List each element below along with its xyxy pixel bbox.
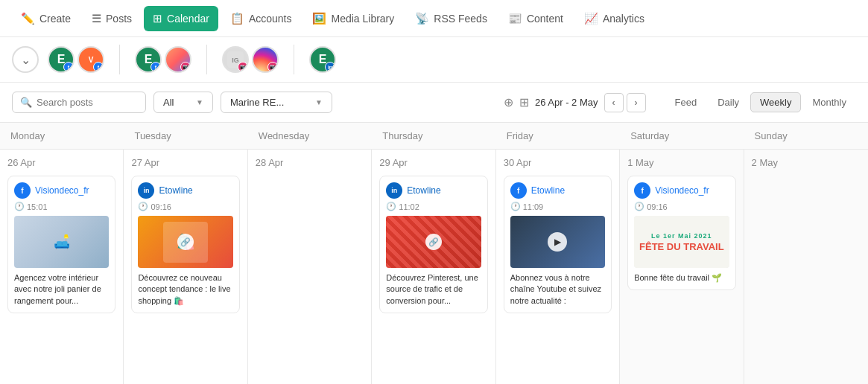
avatar-etowline-2: E f (135, 46, 162, 73)
nav-analytics-label: Analytics (603, 13, 644, 25)
toolbar: 🔍 All ▼ Marine RE... ▼ ⊕ ⊞ 26 Apr - 2 Ma… (0, 83, 868, 123)
calendar-icon: ⊞ (153, 12, 162, 25)
grid-icon[interactable]: ⊞ (519, 95, 529, 109)
facebook-badge-2: f (93, 62, 104, 72)
avatar-ig-2: 📷 (252, 46, 279, 73)
day-number: 29 Apr (379, 157, 487, 168)
avatar-etowline-li: E in (309, 46, 336, 73)
post-card-visiondeco-fb-may[interactable]: f Visiondeco_fr 🕐 09:16 Le 1er Mai 2021 … (627, 176, 735, 290)
nav-calendar-label: Calendar (167, 13, 209, 25)
post-time-2: 🕐 09:16 (138, 202, 232, 211)
search-icon: 🔍 (20, 97, 32, 108)
clock-icon-3: 🕐 (386, 202, 396, 211)
day-26-apr: 26 Apr f Visiondeco_fr 🕐 15:01 🛋️ Agence… (0, 150, 124, 384)
clock-icon: 🕐 (14, 202, 25, 211)
post-time-5: 🕐 09:16 (634, 202, 729, 211)
header-saturday: Saturday (620, 123, 744, 150)
account-filter-dropdown[interactable]: Marine RE... ▼ (221, 92, 332, 113)
pinterest-image: 🔗 (386, 216, 481, 268)
day-29-apr: 29 Apr in Etowline 🕐 11:02 🔗 Découvrez P… (372, 150, 495, 384)
post-text-5: Bonne fête du travail 🌱 (634, 272, 729, 284)
nav-accounts[interactable]: 📋 Accounts (221, 6, 301, 31)
header-sunday: Sunday (744, 123, 868, 150)
post-card-etowline-li-2[interactable]: in Etowline 🕐 11:02 🔗 Découvrez Pinteres… (379, 176, 487, 313)
day-28-apr: 28 Apr (248, 150, 372, 384)
clock-icon-2: 🕐 (138, 202, 148, 211)
day-number: 28 Apr (256, 157, 364, 168)
filter-label: All (163, 97, 174, 108)
account-group-1[interactable]: E f V f (48, 46, 104, 73)
post-time: 🕐 15:01 (14, 202, 109, 211)
room-image-placeholder: 🛋️ (14, 216, 109, 268)
nav-rss-feeds-label: RSS Feeds (434, 13, 487, 25)
tab-monthly[interactable]: Monthly (802, 92, 856, 112)
post-image-2: 🛍️ 🔗 (138, 216, 232, 268)
post-image-3: 🔗 (386, 216, 481, 268)
post-account-name-fb-3: Visiondeco_fr (655, 185, 709, 196)
nav-calendar[interactable]: ⊞ Calendar (144, 6, 218, 31)
avatar-ig-1: IG 📷 (222, 46, 249, 73)
filter-dropdown[interactable]: All ▼ (153, 92, 213, 113)
nav-accounts-label: Accounts (249, 13, 292, 25)
separator-2 (206, 45, 207, 74)
post-avatar-li-2: in (386, 182, 402, 199)
nav-rss-feeds[interactable]: 📡 RSS Feeds (406, 6, 496, 31)
day-number: 27 Apr (131, 157, 239, 168)
nav-create[interactable]: ✏️ Create (12, 6, 80, 31)
header-friday: Friday (496, 123, 620, 150)
post-image-5: Le 1er Mai 2021 FÊTE DU TRAVAIL (634, 216, 729, 268)
rss-feeds-icon: 📡 (415, 12, 429, 25)
nav-media-library[interactable]: 🖼️ Media Library (303, 6, 403, 31)
account-filter-label: Marine RE... (230, 97, 284, 108)
search-input[interactable] (37, 97, 138, 108)
expand-button[interactable]: ⌄ (12, 46, 39, 73)
post-time-4: 🕐 11:09 (510, 202, 605, 211)
nav-posts[interactable]: ☰ Posts (83, 6, 141, 31)
post-account-name-fb-2: Etowline (531, 185, 565, 196)
day-number: 1 May (627, 157, 735, 168)
post-avatar-fb: f (14, 182, 31, 199)
nav-analytics[interactable]: 📈 Analytics (575, 6, 653, 31)
account-group-3[interactable]: IG 📷 📷 (222, 46, 279, 73)
post-text: Agencez votre intérieur avec notre joli … (14, 272, 109, 307)
accounts-icon: 📋 (230, 12, 244, 25)
nav-create-label: Create (39, 13, 71, 25)
day-27-apr: 27 Apr in Etowline 🕐 09:16 🛍️ 🔗 Découvre… (124, 150, 247, 384)
post-text-3: Découvrez Pinterest, une source de trafi… (386, 272, 481, 307)
accounts-strip: ⌄ E f V f E f 📷 IG 📷 📷 (0, 37, 868, 83)
calendar-grid: Monday Tuesday Wednesday Thursday Friday… (0, 123, 868, 384)
post-card-etowline-li[interactable]: in Etowline 🕐 09:16 🛍️ 🔗 Découvrez ce no… (131, 176, 239, 313)
post-account-name-li-2: Etowline (407, 185, 440, 196)
tab-weekly[interactable]: Weekly (750, 92, 801, 112)
crosshair-icon[interactable]: ⊕ (504, 95, 513, 109)
nav-content[interactable]: 📰 Content (499, 6, 572, 31)
avatar-etowline-fb: E f (48, 46, 75, 73)
posts-icon: ☰ (92, 12, 101, 25)
media-library-icon: 🖼️ (312, 12, 326, 25)
search-box[interactable]: 🔍 (12, 92, 146, 113)
account-group-4[interactable]: E in (309, 46, 336, 73)
separator-1 (119, 45, 120, 74)
tab-feed[interactable]: Feed (665, 92, 707, 112)
post-card-visiondeco-fb[interactable]: f Visiondeco_fr 🕐 15:01 🛋️ Agencez votre… (7, 176, 115, 313)
prev-arrow[interactable]: ‹ (604, 93, 624, 112)
linkedin-badge: in (325, 62, 335, 72)
avatar-colorful: 📷 (165, 46, 191, 73)
account-group-2[interactable]: E f 📷 (135, 46, 191, 73)
post-header: f Visiondeco_fr (14, 182, 109, 199)
post-card-etowline-fb[interactable]: f Etowline 🕐 11:09 ▶ Abonnez vous à notr… (504, 176, 612, 313)
day-number: 30 Apr (504, 157, 612, 168)
day-2-may: 2 May (744, 150, 868, 384)
header-monday: Monday (0, 123, 124, 150)
post-time-3: 🕐 11:02 (386, 202, 481, 211)
post-text-4: Abonnez vous à notre chaîne Youtube et s… (510, 272, 605, 307)
facebook-badge-3: f (151, 62, 161, 72)
next-arrow[interactable]: › (627, 93, 646, 112)
header-tuesday: Tuesday (124, 123, 247, 150)
chevron-down-icon-2: ▼ (315, 98, 323, 106)
tab-daily[interactable]: Daily (708, 92, 749, 112)
date-range: 26 Apr - 2 May (535, 97, 598, 108)
post-image-4: ▶ (510, 216, 605, 268)
view-tabs: Feed Daily Weekly Monthly (665, 92, 856, 112)
nav-media-library-label: Media Library (331, 13, 394, 25)
